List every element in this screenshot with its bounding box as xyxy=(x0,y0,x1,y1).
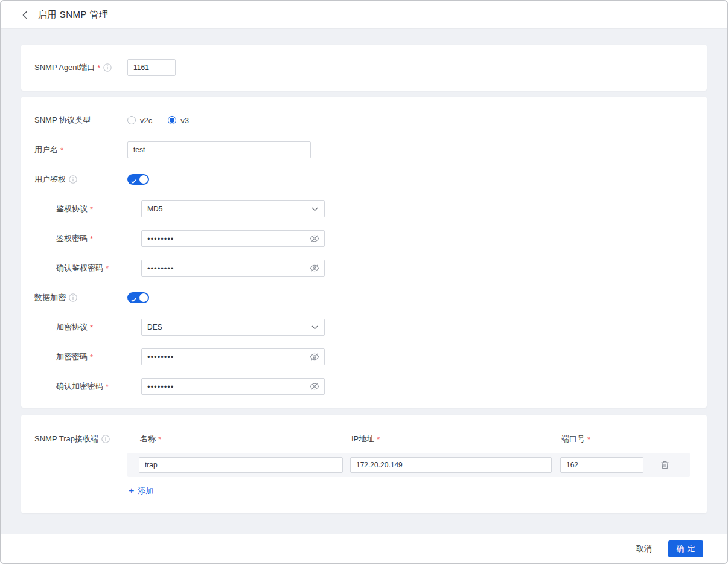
auth-protocol-label: 鉴权协议 * xyxy=(46,203,141,214)
radio-v2c-circle[interactable] xyxy=(127,116,136,124)
trash-icon xyxy=(660,460,669,470)
plus-icon: + xyxy=(129,486,134,496)
encrypt-password-label: 加密密码 * xyxy=(46,351,141,362)
page-footer: 取消 确定 xyxy=(1,534,727,563)
required-asterisk: * xyxy=(106,382,109,391)
trap-receiver-row xyxy=(127,453,690,477)
protocol-radio-group: v2c v3 xyxy=(127,116,189,125)
agent-port-input[interactable] xyxy=(127,59,176,76)
required-asterisk: * xyxy=(106,264,109,273)
auth-password-row: 鉴权密码 * xyxy=(46,230,707,247)
encrypt-confirm-row: 确认加密密码 * xyxy=(46,378,707,395)
trap-section-label: SNMP Trap接收端 xyxy=(34,431,127,447)
required-asterisk: * xyxy=(377,435,380,444)
encrypt-protocol-select[interactable]: DES xyxy=(141,319,325,336)
username-label: 用户名 * xyxy=(34,144,127,155)
eye-off-icon[interactable] xyxy=(310,352,319,362)
page-title: 启用 SNMP 管理 xyxy=(38,9,108,21)
chevron-left-icon xyxy=(22,11,28,19)
auth-password-label: 鉴权密码 * xyxy=(46,233,141,244)
agent-port-card: SNMP Agent端口 * xyxy=(21,45,707,91)
column-header-ip: IP地址 * xyxy=(351,434,561,444)
page-header: 启用 SNMP 管理 xyxy=(1,1,727,29)
encrypt-protocol-row: 加密协议 * DES xyxy=(46,319,707,336)
auth-protocol-select[interactable]: MD5 xyxy=(141,200,325,217)
info-icon[interactable] xyxy=(69,293,77,302)
username-input[interactable] xyxy=(127,141,311,158)
agent-port-row: SNMP Agent端口 * xyxy=(34,59,707,76)
required-asterisk: * xyxy=(587,435,590,444)
encrypt-confirm-label: 确认加密密码 * xyxy=(46,381,141,392)
snmp-v3-card: SNMP 协议类型 v2c v3 用户名 * xyxy=(21,97,707,408)
check-icon xyxy=(131,294,136,305)
required-asterisk: * xyxy=(90,353,93,362)
confirm-button[interactable]: 确定 xyxy=(668,540,703,557)
encrypt-password-input[interactable] xyxy=(141,348,325,365)
encrypt-toggle-label: 数据加密 xyxy=(34,292,127,303)
auth-toggle-row: 用户鉴权 xyxy=(34,171,707,188)
username-row: 用户名 * xyxy=(34,141,707,158)
info-icon[interactable] xyxy=(101,435,110,443)
trap-table: 名称 * IP地址 * 端口号 * xyxy=(127,431,692,496)
toggle-knob xyxy=(139,175,148,184)
required-asterisk: * xyxy=(60,146,63,155)
required-asterisk: * xyxy=(90,234,93,243)
radio-option-v3[interactable]: v3 xyxy=(168,116,189,125)
radio-v2c-label: v2c xyxy=(140,116,152,125)
auth-password-input[interactable] xyxy=(141,230,325,247)
auth-confirm-input[interactable] xyxy=(141,260,325,277)
radio-v3-label: v3 xyxy=(180,116,189,125)
column-header-name: 名称 * xyxy=(140,434,351,444)
eye-off-icon[interactable] xyxy=(310,234,319,243)
required-asterisk: * xyxy=(97,63,100,72)
encrypt-confirm-input[interactable] xyxy=(141,378,325,395)
required-asterisk: * xyxy=(90,323,93,332)
check-icon xyxy=(131,176,136,187)
encrypt-settings-group: 加密协议 * DES 加密密码 * xyxy=(46,319,707,395)
auth-toggle-label: 用户鉴权 xyxy=(34,174,127,185)
radio-option-v2c[interactable]: v2c xyxy=(127,116,152,125)
auth-toggle-switch[interactable] xyxy=(127,174,149,185)
auth-settings-group: 鉴权协议 * MD5 鉴权密码 * xyxy=(46,200,707,277)
main-content: SNMP Agent端口 * SNMP 协议类型 xyxy=(1,29,727,534)
toggle-knob xyxy=(139,293,148,302)
cancel-button[interactable]: 取消 xyxy=(631,540,657,558)
encrypt-protocol-value: DES xyxy=(147,323,162,332)
add-receiver-label: 添加 xyxy=(138,485,153,496)
column-header-port: 端口号 * xyxy=(561,434,645,444)
encrypt-toggle-row: 数据加密 xyxy=(34,289,707,306)
protocol-type-row: SNMP 协议类型 v2c v3 xyxy=(34,112,707,129)
auth-protocol-value: MD5 xyxy=(147,205,162,213)
radio-v3-circle[interactable] xyxy=(168,116,176,124)
info-icon[interactable] xyxy=(103,63,112,72)
trap-receiver-card: SNMP Trap接收端 名称 * xyxy=(21,415,707,513)
agent-port-label: SNMP Agent端口 * xyxy=(34,62,127,73)
protocol-type-label: SNMP 协议类型 xyxy=(34,115,127,126)
trap-port-input[interactable] xyxy=(560,457,643,473)
snmp-management-page: 启用 SNMP 管理 SNMP Agent端口 * xyxy=(0,0,728,564)
auth-confirm-row: 确认鉴权密码 * xyxy=(46,260,707,277)
trap-name-input[interactable] xyxy=(139,457,343,473)
trap-table-header: 名称 * IP地址 * 端口号 * xyxy=(127,431,692,447)
info-icon[interactable] xyxy=(69,175,77,184)
delete-row-button[interactable] xyxy=(660,460,669,470)
back-button[interactable] xyxy=(20,10,30,20)
required-asterisk: * xyxy=(158,435,161,444)
eye-off-icon[interactable] xyxy=(310,263,319,273)
auth-confirm-label: 确认鉴权密码 * xyxy=(46,263,141,274)
chevron-down-icon xyxy=(311,325,318,330)
required-asterisk: * xyxy=(90,205,93,214)
chevron-down-icon xyxy=(311,207,318,211)
encrypt-protocol-label: 加密协议 * xyxy=(46,322,141,333)
trap-ip-input[interactable] xyxy=(350,457,552,473)
add-receiver-button[interactable]: + 添加 xyxy=(127,485,153,496)
auth-protocol-row: 鉴权协议 * MD5 xyxy=(46,200,707,217)
eye-off-icon[interactable] xyxy=(310,382,319,391)
encrypt-password-row: 加密密码 * xyxy=(46,348,707,365)
encrypt-toggle-switch[interactable] xyxy=(127,292,149,303)
